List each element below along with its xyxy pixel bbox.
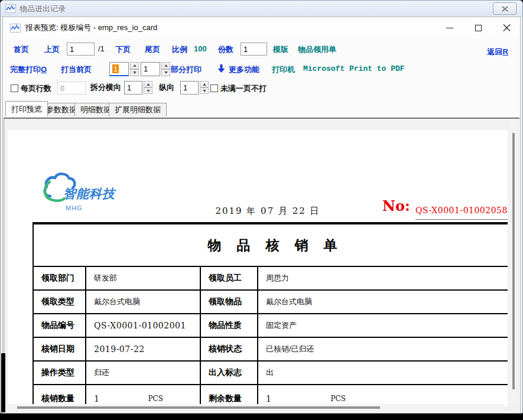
table-row: 物品编号 QS-X0001-01002001 物品性质 固定资产: [34, 314, 508, 338]
maximize-button[interactable]: [469, 21, 487, 35]
page-number-input[interactable]: [67, 43, 95, 56]
writeoff-form: 物品核销单 领取部门 研发部 领取员工 周思力 领取类型 戴尔台式电脑 领取物品…: [33, 222, 508, 406]
split-v-up-button[interactable]: [200, 81, 209, 87]
up-arrow-icon: [203, 83, 206, 86]
row-label: 物品编号: [34, 314, 86, 337]
document-no-label: No:: [382, 197, 410, 214]
range-to-spinner[interactable]: 1: [141, 62, 170, 76]
row-value: 1PCS: [86, 385, 201, 406]
row-value: 已核销/已归还: [258, 338, 508, 360]
row-label: 核销日期: [34, 338, 86, 360]
report-preview-dialog: 报表预览: 模板编号 - emp_res_io_card 首页 上页 /1 下页…: [2, 17, 521, 414]
unit-label: PCS: [148, 395, 163, 403]
form-title-row: 物品核销单: [34, 224, 508, 267]
background-notch: [1, 353, 5, 412]
more-features-button[interactable]: 更多功能: [229, 64, 259, 75]
up-arrow-icon: [147, 83, 150, 86]
close-button[interactable]: [498, 21, 515, 35]
down-arrow-icon: [147, 90, 150, 92]
outer-titlebar: 物品进出记录: [1, 1, 522, 17]
row-value: 归还: [86, 362, 201, 384]
printer-button[interactable]: 打印机: [272, 64, 295, 75]
table-row: 领取类型 戴尔台式电脑 领取物品 戴尔台式电脑: [34, 291, 508, 314]
maximize-icon: [475, 25, 482, 31]
row-label: 领取物品: [201, 291, 258, 313]
scale-value: 100: [194, 44, 207, 53]
split-horizontal-input[interactable]: 1: [124, 81, 142, 95]
range-to-up-button[interactable]: [161, 62, 170, 69]
document-page: 智能科技 MHG 2019 年 07 月 22 日 No: QS-X0001-0…: [8, 130, 508, 406]
row-label: 出入标志: [201, 362, 258, 384]
range-from-spinner[interactable]: 1: [109, 62, 139, 76]
split-vertical-label: 纵向: [159, 82, 174, 93]
vertical-scrollbar[interactable]: [509, 121, 518, 403]
row-label: 核销状态: [201, 338, 258, 360]
down-arrow-icon: [133, 71, 137, 74]
row-value: 戴尔台式电脑: [258, 291, 508, 313]
print-current-page-button[interactable]: 打当前页: [61, 64, 92, 75]
print-preview-panel: 智能科技 MHG 2019 年 07 月 22 日 No: QS-X0001-0…: [4, 118, 519, 412]
template-label[interactable]: 模版: [273, 44, 288, 55]
row-label: 物品性质: [201, 314, 258, 337]
full-print-button[interactable]: 完整打印O: [10, 64, 47, 75]
row-value: 出: [258, 362, 508, 384]
outer-close-button[interactable]: [493, 2, 516, 15]
rows-per-page-checkbox[interactable]: [11, 84, 18, 92]
rows-per-page-input: [57, 82, 86, 95]
row-label: 操作类型: [34, 362, 86, 384]
range-from-up-button[interactable]: [130, 62, 139, 69]
printer-value: Microsoft Print to PDF: [303, 64, 405, 73]
tab-extended-detail-data[interactable]: 扩展明细数据: [109, 103, 167, 116]
table-row: 核销数量 1PCS 剩余数量 1PCS: [34, 385, 508, 406]
last-page-button[interactable]: 尾页: [145, 44, 160, 55]
document-no-value: QS-X0001-01002058: [415, 206, 508, 220]
split-horizontal-spinner[interactable]: 1: [124, 81, 152, 95]
range-from-down-button[interactable]: [130, 69, 139, 76]
scale-label: 比例: [172, 44, 187, 55]
horizontal-scrollbar[interactable]: [5, 404, 504, 411]
row-value: QS-X0001-01002001: [86, 314, 201, 337]
document-date: 2019 年 07 月 22 日: [179, 206, 356, 217]
range-from-input[interactable]: 1: [109, 62, 129, 76]
row-label: 领取部门: [34, 267, 86, 289]
range-to-down-button[interactable]: [161, 69, 170, 76]
row-value: 研发部: [86, 267, 201, 289]
tab-print-preview[interactable]: 打印预览: [5, 101, 48, 116]
row-value: 2019-07-22: [86, 338, 201, 360]
split-horizontal-label: 拆分横向: [90, 82, 121, 93]
skip-incomplete-page-checkbox[interactable]: [210, 84, 218, 92]
dialog-title: 报表预览: 模板编号 - emp_res_io_card: [25, 22, 157, 33]
back-button[interactable]: 返回R: [488, 47, 508, 57]
close-icon: [503, 24, 511, 31]
up-arrow-icon: [133, 64, 137, 67]
minimize-button[interactable]: [441, 21, 459, 35]
split-h-up-button[interactable]: [144, 81, 152, 87]
unit-label: PCS: [330, 395, 345, 403]
row-value: 周思力: [258, 267, 508, 289]
prev-page-button[interactable]: 上页: [44, 44, 60, 55]
next-page-button[interactable]: 下页: [115, 44, 131, 55]
row-label: 领取员工: [201, 267, 258, 289]
range-to-input[interactable]: 1: [141, 62, 160, 76]
logo-subtext: MHG: [66, 204, 83, 211]
logo-text: 智能科技: [63, 185, 115, 202]
first-page-button[interactable]: 首页: [14, 44, 29, 55]
more-features-arrow-icon: [217, 64, 225, 73]
vertical-scrollbar-thumb[interactable]: [512, 133, 515, 389]
horizontal-scrollbar-thumb[interactable]: [17, 406, 380, 409]
page-total-label: /1: [98, 44, 105, 53]
outer-window-title: 物品进出记录: [20, 4, 66, 14]
split-h-down-button[interactable]: [144, 87, 152, 94]
copies-input[interactable]: [241, 43, 267, 56]
split-vertical-spinner[interactable]: 1: [180, 81, 209, 95]
table-row: 核销日期 2019-07-22 核销状态 已核销/已归还: [34, 338, 508, 362]
row-value: 固定资产: [258, 314, 508, 337]
dialog-icon: [10, 24, 21, 32]
table-row: 操作类型 归还 出入标志 出: [34, 362, 508, 385]
split-v-down-button[interactable]: [200, 87, 209, 94]
rows-per-page-label: 每页行数: [21, 83, 51, 94]
split-vertical-input[interactable]: 1: [180, 81, 199, 95]
row-label: 核销数量: [34, 385, 86, 406]
app-icon: [5, 4, 16, 13]
partial-print-button[interactable]: 部分打印: [171, 64, 202, 75]
